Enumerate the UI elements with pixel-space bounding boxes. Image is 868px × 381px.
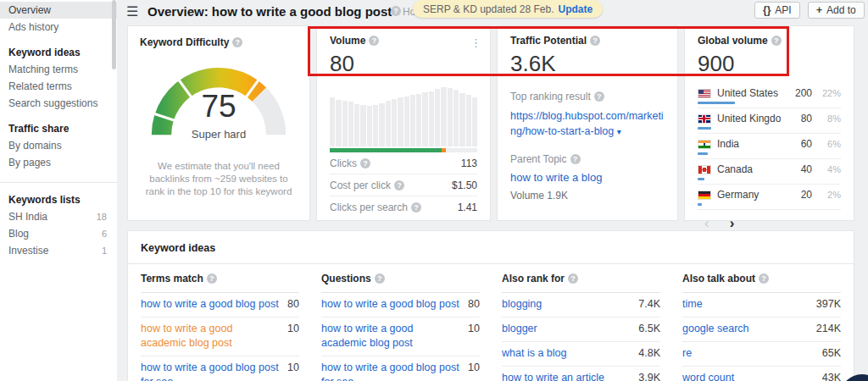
country-name: India (717, 138, 781, 150)
help-icon[interactable]: ? (759, 273, 769, 284)
volume-trend-bar (422, 92, 427, 146)
clicks-bar-organic (330, 148, 442, 152)
country-row-canada[interactable]: Canada404% (698, 159, 841, 185)
keyword-link[interactable]: how to write a good blog post for seo (321, 361, 459, 381)
metrics-row: Keyword Difficulty ? (127, 25, 854, 221)
volume-trend-bar (373, 105, 378, 146)
keyword-column-header: Terms match? (141, 264, 299, 293)
volume-trend-bar (466, 95, 471, 146)
help-icon[interactable]: ? (391, 6, 401, 16)
country-row-united-kingdom[interactable]: United Kingdom808% (698, 108, 841, 134)
country-row-india[interactable]: India606% (698, 134, 841, 159)
kebab-menu-icon[interactable]: ⋮ (470, 36, 481, 49)
sidebar-item-related-terms[interactable]: Related terms (0, 78, 117, 95)
api-button[interactable]: {} API (754, 2, 800, 19)
country-name: United Kingdom (717, 113, 781, 124)
country-row-germany[interactable]: Germany202% (698, 185, 841, 210)
keyword-link[interactable]: blogger (502, 322, 630, 336)
volume-trend-bar (448, 88, 453, 146)
keyword-row: how to write a good blog post80 (141, 293, 299, 318)
help-icon[interactable]: ? (232, 37, 242, 47)
keyword-row: how to write an article3.9K (502, 367, 660, 381)
keyword-link[interactable]: how to write an article (502, 371, 630, 381)
keyword-volume: 65K (822, 346, 841, 361)
keyword-link[interactable]: how to write a good blog post (141, 297, 279, 312)
country-share-bar (698, 127, 711, 130)
sidebar-item-search-suggestions[interactable]: Search suggestions (0, 95, 117, 112)
sidebar-item-blog[interactable]: Blog6 (0, 225, 117, 242)
keyword-link[interactable]: how to write a good blog post (321, 297, 459, 312)
keyword-link[interactable]: how to write a good academic blog post (141, 322, 279, 351)
country-line: Germany202% (698, 189, 841, 201)
sidebar: OverviewAds historyKeyword ideasMatching… (0, 0, 117, 381)
sidebar-item-label: By pages (8, 154, 51, 171)
help-icon[interactable]: ? (771, 36, 782, 46)
update-button[interactable]: Update (559, 3, 593, 15)
sidebar-item-sh-india[interactable]: SH India18 (0, 208, 117, 225)
sidebar-divider (0, 182, 117, 183)
sidebar-item-investise[interactable]: Investise1 (0, 242, 117, 259)
us-flag-icon (698, 89, 711, 98)
help-icon[interactable]: ? (411, 202, 421, 213)
keyword-column-header: Also rank for? (502, 264, 660, 293)
country-share-bar (698, 102, 735, 104)
keyword-link[interactable]: what is a blog (502, 346, 630, 361)
sidebar-section-header: Keyword ideas (0, 44, 117, 61)
menu-icon[interactable]: ☰ (126, 3, 138, 19)
volume-trend-bar (367, 106, 372, 146)
keyword-link[interactable]: word count (682, 371, 814, 381)
sidebar-item-by-domains[interactable]: By domains (0, 137, 117, 154)
card-title: Global volume (698, 35, 768, 47)
add-to-button-label: Add to (826, 4, 856, 16)
braces-icon: {} (763, 4, 771, 16)
help-icon[interactable]: ? (207, 273, 217, 284)
stat-value: 1.41 (458, 202, 477, 213)
country-volume: 200 (787, 87, 812, 99)
volume-trend-bar (392, 99, 397, 146)
volume-stat-row-cost-per-click: Cost per click?$1.50 (330, 174, 477, 196)
keyword-column-header-label: Questions (321, 273, 371, 284)
country-line: Canada404% (698, 163, 841, 175)
help-icon[interactable]: ? (568, 273, 578, 284)
sidebar-item-overview[interactable]: Overview (0, 2, 117, 19)
help-icon[interactable]: ? (594, 91, 604, 102)
country-share-bar (698, 178, 704, 180)
keyword-link[interactable]: google search (682, 322, 808, 336)
help-icon[interactable]: ? (360, 158, 370, 168)
sidebar-scrollbar[interactable] (112, 0, 116, 69)
next-page-icon[interactable]: › (730, 216, 735, 230)
top-ranking-url-link[interactable]: https://blog.hubspot.com/marketing/how-t… (510, 108, 665, 140)
add-to-button[interactable]: + Add to (808, 2, 865, 19)
sidebar-item-count: 1 (102, 242, 107, 259)
kd-difficulty-label: Super hard (142, 128, 295, 141)
sidebar-item-by-pages[interactable]: By pages (0, 154, 117, 171)
country-percent: 6% (818, 139, 841, 149)
prev-page-icon[interactable]: ‹ (704, 216, 709, 230)
keyword-column-terms-match: Terms match?how to write a good blog pos… (141, 264, 299, 381)
keyword-column-header: Also talk about? (682, 264, 841, 293)
help-icon[interactable]: ? (369, 36, 379, 46)
volume-trend-bar (459, 93, 465, 146)
country-percent: 2% (818, 190, 841, 200)
keyword-link[interactable]: time (682, 297, 808, 312)
help-icon[interactable]: ? (394, 180, 404, 190)
chevron-down-icon[interactable]: ▾ (617, 127, 621, 136)
keyword-link[interactable]: blogging (502, 297, 630, 312)
sidebar-item-label: Search suggestions (8, 95, 97, 112)
help-icon[interactable]: ? (570, 154, 581, 164)
country-row-united-states[interactable]: United States20022% (698, 83, 841, 108)
help-icon[interactable]: ? (375, 273, 385, 284)
top-ranking-url[interactable]: https://blog.hubspot.com/marketing/how-t… (510, 110, 664, 137)
parent-topic-link[interactable]: how to write a blog (510, 171, 665, 184)
sidebar-item-ads-history[interactable]: Ads history (0, 19, 117, 36)
keyword-volume: 10 (468, 322, 480, 336)
volume-trend-bar (429, 91, 434, 146)
help-icon[interactable]: ? (590, 36, 600, 46)
keyword-link[interactable]: re (682, 346, 814, 361)
sidebar-item-matching-terms[interactable]: Matching terms (0, 61, 117, 78)
traffic-potential-value: 3.6K (510, 51, 665, 77)
keyword-link[interactable]: how to write a good academic blog post (321, 322, 459, 351)
volume-value: 80 (330, 51, 477, 77)
keyword-link[interactable]: how to write a good blog post for seo (141, 361, 279, 381)
card-title: Keyword Difficulty (140, 36, 229, 48)
